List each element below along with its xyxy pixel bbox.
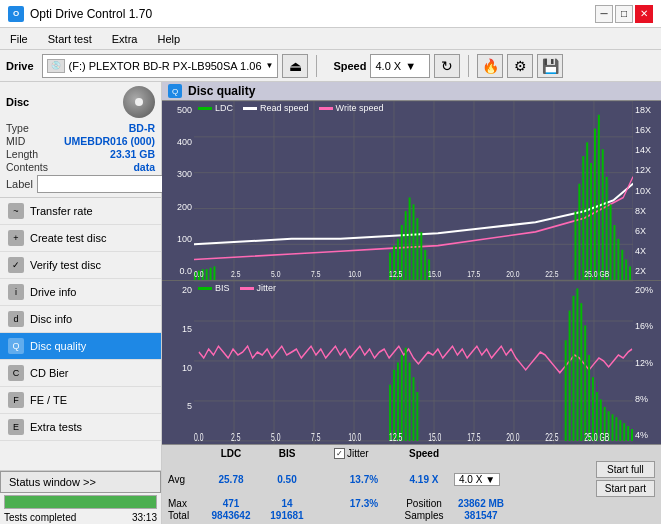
svg-rect-44 — [613, 225, 615, 280]
close-button[interactable]: ✕ — [635, 5, 653, 23]
sidebar-item-verify-test-disc[interactable]: ✓ Verify test disc — [0, 252, 161, 279]
lower-chart-svg: 0.0 2.5 5.0 7.5 10.0 12.5 15.0 17.5 20.0… — [194, 281, 633, 444]
svg-rect-89 — [588, 355, 590, 441]
svg-rect-22 — [214, 266, 216, 280]
drive-selector[interactable]: 💿 (F:) PLEXTOR BD-R PX-LB950SA 1.06 ▼ — [42, 54, 279, 78]
title-controls: ─ □ ✕ — [595, 5, 653, 23]
svg-rect-99 — [627, 426, 629, 441]
sidebar-item-transfer-rate[interactable]: ~ Transfer rate — [0, 198, 161, 225]
speed-value: 4.0 X — [375, 60, 401, 72]
drive-label: Drive — [6, 60, 34, 72]
sidebar-item-label: Extra tests — [30, 421, 82, 433]
jitter-legend-dot — [240, 287, 254, 290]
toolbar-separator — [316, 55, 317, 77]
svg-rect-98 — [623, 423, 625, 441]
menu-bar: File Start test Extra Help — [0, 28, 661, 50]
app-icon: O — [8, 6, 24, 22]
svg-text:5.0: 5.0 — [271, 268, 281, 280]
settings-button[interactable]: ⚙ — [507, 54, 533, 78]
upper-chart-svg: 0.0 2.5 5.0 7.5 10.0 12.5 15.0 17.5 20.0… — [194, 101, 633, 280]
menu-start-test[interactable]: Start test — [42, 32, 98, 46]
start-full-button[interactable]: Start full — [596, 461, 655, 478]
sidebar-item-drive-info[interactable]: i Drive info — [0, 279, 161, 306]
speed-select-dropdown[interactable]: 4.0 X ▼ — [454, 473, 500, 486]
status-section: Status window >> Tests completed 33:13 — [0, 470, 161, 524]
svg-rect-39 — [594, 129, 596, 281]
read-speed-legend: Read speed — [243, 103, 309, 113]
bis-legend: BIS — [198, 283, 230, 293]
svg-rect-81 — [413, 377, 415, 441]
save-button[interactable]: 💾 — [537, 54, 563, 78]
svg-rect-21 — [210, 268, 212, 280]
eject-button[interactable]: ⏏ — [282, 54, 308, 78]
quality-header-title: Disc quality — [188, 84, 255, 98]
svg-text:15.0: 15.0 — [428, 432, 441, 444]
refresh-button[interactable]: ↻ — [434, 54, 460, 78]
disc-length-value: 23.31 GB — [110, 148, 155, 160]
sidebar-item-disc-quality[interactable]: Q Disc quality — [0, 333, 161, 360]
progress-bar-container — [4, 495, 157, 509]
svg-rect-95 — [612, 414, 614, 441]
svg-rect-87 — [580, 303, 582, 441]
menu-help[interactable]: Help — [151, 32, 186, 46]
svg-text:20.0: 20.0 — [506, 432, 519, 444]
svg-text:22.5: 22.5 — [545, 432, 558, 444]
disc-label-input[interactable] — [37, 175, 170, 193]
extra-tests-icon: E — [8, 419, 24, 435]
svg-text:7.5: 7.5 — [311, 432, 321, 444]
upper-chart-y-axis-right: 18X 16X 14X 12X 10X 8X 6X 4X 2X — [633, 101, 661, 280]
sidebar-item-fe-te[interactable]: F FE / TE — [0, 387, 161, 414]
svg-text:7.5: 7.5 — [311, 268, 321, 280]
svg-text:0.0: 0.0 — [194, 432, 204, 444]
status-window-button[interactable]: Status window >> — [0, 471, 161, 493]
svg-rect-85 — [573, 296, 575, 441]
avg-ldc: 25.78 — [204, 474, 258, 485]
upper-chart-body: LDC Read speed Write speed — [194, 101, 633, 280]
upper-chart-legend: LDC Read speed Write speed — [198, 103, 383, 113]
status-time: 33:13 — [132, 512, 157, 523]
jitter-checkbox[interactable]: ✓ — [334, 448, 345, 459]
svg-rect-20 — [206, 269, 208, 280]
max-ldc: 471 — [204, 498, 258, 509]
disc-contents-row: Contents data — [6, 161, 155, 173]
toolbar-separator2 — [468, 55, 469, 77]
disc-mid-label: MID — [6, 135, 25, 147]
sidebar-item-label: Disc quality — [30, 340, 86, 352]
menu-file[interactable]: File — [4, 32, 34, 46]
sidebar-item-label: FE / TE — [30, 394, 67, 406]
svg-rect-41 — [602, 149, 604, 280]
read-speed-legend-label: Read speed — [260, 103, 309, 113]
disc-label-label: Label — [6, 178, 33, 190]
lower-chart-y-axis-left: 20 15 10 5 — [162, 281, 194, 444]
speed-label: Speed — [333, 60, 366, 72]
svg-rect-32 — [424, 250, 426, 280]
svg-rect-77 — [397, 363, 399, 441]
sidebar-item-cd-bier[interactable]: C CD Bier — [0, 360, 161, 387]
disc-type-row: Type BD-R — [6, 122, 155, 134]
svg-rect-100 — [631, 429, 633, 441]
svg-rect-83 — [565, 340, 567, 441]
svg-rect-37 — [586, 142, 588, 280]
svg-rect-46 — [621, 250, 623, 280]
sidebar-item-create-test-disc[interactable]: + Create test disc — [0, 225, 161, 252]
svg-text:17.5: 17.5 — [467, 432, 480, 444]
svg-rect-82 — [416, 392, 418, 441]
svg-rect-40 — [598, 115, 600, 280]
maximize-button[interactable]: □ — [615, 5, 633, 23]
svg-rect-43 — [610, 204, 612, 280]
menu-extra[interactable]: Extra — [106, 32, 144, 46]
svg-rect-45 — [617, 239, 619, 280]
avg-speed: 4.19 X — [396, 474, 452, 485]
sidebar-item-extra-tests[interactable]: E Extra tests — [0, 414, 161, 441]
speed-selector[interactable]: 4.0 X ▼ — [370, 54, 430, 78]
sidebar-item-disc-info[interactable]: d Disc info — [0, 306, 161, 333]
start-part-button[interactable]: Start part — [596, 480, 655, 497]
ldc-legend-dot — [198, 107, 212, 110]
sidebar-item-label: Create test disc — [30, 232, 106, 244]
burn-button[interactable]: 🔥 — [477, 54, 503, 78]
minimize-button[interactable]: ─ — [595, 5, 613, 23]
status-window-label: Status window >> — [9, 476, 96, 488]
lower-chart-legend: BIS Jitter — [198, 283, 276, 293]
svg-rect-79 — [405, 348, 407, 441]
sidebar-item-label: Transfer rate — [30, 205, 93, 217]
